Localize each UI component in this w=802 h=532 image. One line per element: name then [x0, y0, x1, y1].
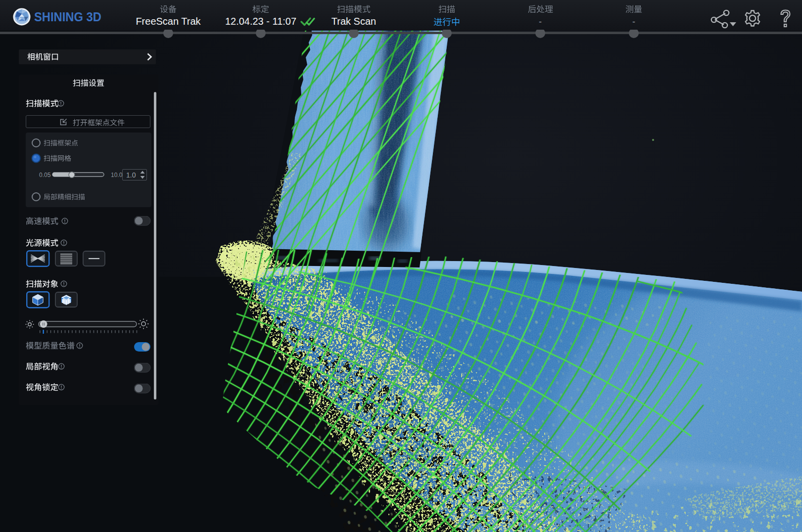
svg-text:SHINING 3D: SHINING 3D — [34, 9, 101, 24]
